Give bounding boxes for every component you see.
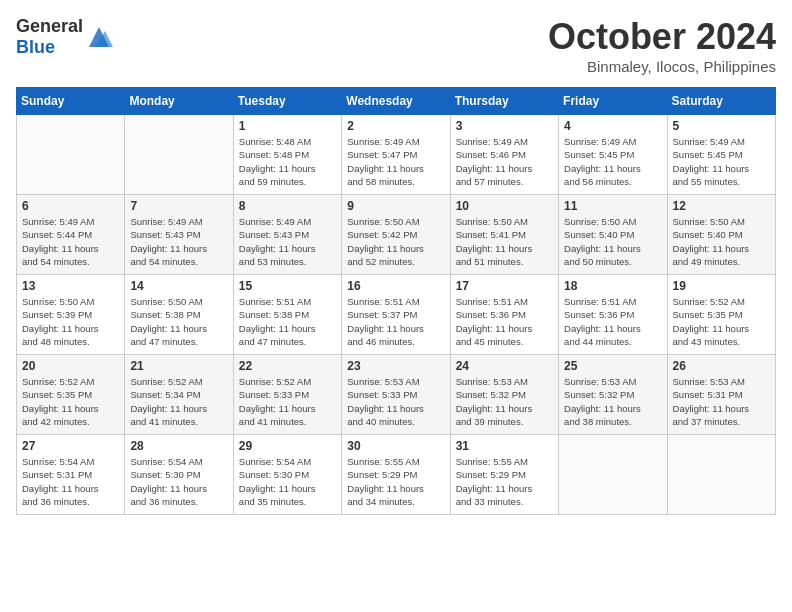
calendar-cell: 31Sunrise: 5:55 AM Sunset: 5:29 PM Dayli… [450, 435, 558, 515]
title-block: October 2024 Binmaley, Ilocos, Philippin… [548, 16, 776, 75]
calendar-cell: 26Sunrise: 5:53 AM Sunset: 5:31 PM Dayli… [667, 355, 775, 435]
cell-content: Sunrise: 5:49 AM Sunset: 5:43 PM Dayligh… [239, 215, 336, 268]
cell-content: Sunrise: 5:53 AM Sunset: 5:31 PM Dayligh… [673, 375, 770, 428]
calendar-cell: 10Sunrise: 5:50 AM Sunset: 5:41 PM Dayli… [450, 195, 558, 275]
day-number: 10 [456, 199, 553, 213]
cell-content: Sunrise: 5:50 AM Sunset: 5:41 PM Dayligh… [456, 215, 553, 268]
cell-content: Sunrise: 5:55 AM Sunset: 5:29 PM Dayligh… [347, 455, 444, 508]
cell-content: Sunrise: 5:49 AM Sunset: 5:45 PM Dayligh… [673, 135, 770, 188]
calendar-cell: 16Sunrise: 5:51 AM Sunset: 5:37 PM Dayli… [342, 275, 450, 355]
cell-content: Sunrise: 5:54 AM Sunset: 5:30 PM Dayligh… [239, 455, 336, 508]
day-number: 3 [456, 119, 553, 133]
cell-content: Sunrise: 5:52 AM Sunset: 5:33 PM Dayligh… [239, 375, 336, 428]
week-row-5: 27Sunrise: 5:54 AM Sunset: 5:31 PM Dayli… [17, 435, 776, 515]
logo-blue: Blue [16, 37, 55, 57]
day-number: 2 [347, 119, 444, 133]
cell-content: Sunrise: 5:52 AM Sunset: 5:35 PM Dayligh… [673, 295, 770, 348]
day-number: 17 [456, 279, 553, 293]
calendar-cell: 22Sunrise: 5:52 AM Sunset: 5:33 PM Dayli… [233, 355, 341, 435]
header-tuesday: Tuesday [233, 88, 341, 115]
day-number: 22 [239, 359, 336, 373]
cell-content: Sunrise: 5:49 AM Sunset: 5:43 PM Dayligh… [130, 215, 227, 268]
week-row-3: 13Sunrise: 5:50 AM Sunset: 5:39 PM Dayli… [17, 275, 776, 355]
cell-content: Sunrise: 5:52 AM Sunset: 5:35 PM Dayligh… [22, 375, 119, 428]
header-saturday: Saturday [667, 88, 775, 115]
calendar-cell: 9Sunrise: 5:50 AM Sunset: 5:42 PM Daylig… [342, 195, 450, 275]
calendar-cell: 14Sunrise: 5:50 AM Sunset: 5:38 PM Dayli… [125, 275, 233, 355]
cell-content: Sunrise: 5:49 AM Sunset: 5:44 PM Dayligh… [22, 215, 119, 268]
calendar-cell: 1Sunrise: 5:48 AM Sunset: 5:48 PM Daylig… [233, 115, 341, 195]
calendar-cell: 23Sunrise: 5:53 AM Sunset: 5:33 PM Dayli… [342, 355, 450, 435]
day-number: 6 [22, 199, 119, 213]
day-number: 29 [239, 439, 336, 453]
cell-content: Sunrise: 5:49 AM Sunset: 5:45 PM Dayligh… [564, 135, 661, 188]
day-number: 13 [22, 279, 119, 293]
cell-content: Sunrise: 5:51 AM Sunset: 5:36 PM Dayligh… [456, 295, 553, 348]
cell-content: Sunrise: 5:51 AM Sunset: 5:38 PM Dayligh… [239, 295, 336, 348]
calendar-cell: 13Sunrise: 5:50 AM Sunset: 5:39 PM Dayli… [17, 275, 125, 355]
day-number: 21 [130, 359, 227, 373]
calendar-cell: 21Sunrise: 5:52 AM Sunset: 5:34 PM Dayli… [125, 355, 233, 435]
header-wednesday: Wednesday [342, 88, 450, 115]
cell-content: Sunrise: 5:54 AM Sunset: 5:31 PM Dayligh… [22, 455, 119, 508]
day-number: 12 [673, 199, 770, 213]
calendar-cell: 28Sunrise: 5:54 AM Sunset: 5:30 PM Dayli… [125, 435, 233, 515]
calendar-cell: 17Sunrise: 5:51 AM Sunset: 5:36 PM Dayli… [450, 275, 558, 355]
day-number: 25 [564, 359, 661, 373]
calendar-cell: 24Sunrise: 5:53 AM Sunset: 5:32 PM Dayli… [450, 355, 558, 435]
day-number: 30 [347, 439, 444, 453]
week-row-4: 20Sunrise: 5:52 AM Sunset: 5:35 PM Dayli… [17, 355, 776, 435]
cell-content: Sunrise: 5:50 AM Sunset: 5:40 PM Dayligh… [564, 215, 661, 268]
cell-content: Sunrise: 5:53 AM Sunset: 5:32 PM Dayligh… [456, 375, 553, 428]
day-number: 9 [347, 199, 444, 213]
logo-text: General Blue [16, 16, 83, 58]
logo: General Blue [16, 16, 113, 58]
cell-content: Sunrise: 5:49 AM Sunset: 5:46 PM Dayligh… [456, 135, 553, 188]
cell-content: Sunrise: 5:50 AM Sunset: 5:38 PM Dayligh… [130, 295, 227, 348]
calendar-header-row: SundayMondayTuesdayWednesdayThursdayFrid… [17, 88, 776, 115]
calendar-cell: 6Sunrise: 5:49 AM Sunset: 5:44 PM Daylig… [17, 195, 125, 275]
calendar-table: SundayMondayTuesdayWednesdayThursdayFrid… [16, 87, 776, 515]
week-row-2: 6Sunrise: 5:49 AM Sunset: 5:44 PM Daylig… [17, 195, 776, 275]
calendar-cell: 27Sunrise: 5:54 AM Sunset: 5:31 PM Dayli… [17, 435, 125, 515]
location-title: Binmaley, Ilocos, Philippines [548, 58, 776, 75]
logo-icon [85, 23, 113, 51]
day-number: 20 [22, 359, 119, 373]
calendar-cell: 15Sunrise: 5:51 AM Sunset: 5:38 PM Dayli… [233, 275, 341, 355]
cell-content: Sunrise: 5:53 AM Sunset: 5:32 PM Dayligh… [564, 375, 661, 428]
calendar-cell [17, 115, 125, 195]
calendar-cell: 25Sunrise: 5:53 AM Sunset: 5:32 PM Dayli… [559, 355, 667, 435]
calendar-cell: 19Sunrise: 5:52 AM Sunset: 5:35 PM Dayli… [667, 275, 775, 355]
day-number: 26 [673, 359, 770, 373]
calendar-cell: 12Sunrise: 5:50 AM Sunset: 5:40 PM Dayli… [667, 195, 775, 275]
cell-content: Sunrise: 5:51 AM Sunset: 5:36 PM Dayligh… [564, 295, 661, 348]
week-row-1: 1Sunrise: 5:48 AM Sunset: 5:48 PM Daylig… [17, 115, 776, 195]
page-header: General Blue October 2024 Binmaley, Iloc… [16, 16, 776, 75]
header-sunday: Sunday [17, 88, 125, 115]
cell-content: Sunrise: 5:51 AM Sunset: 5:37 PM Dayligh… [347, 295, 444, 348]
day-number: 19 [673, 279, 770, 293]
header-monday: Monday [125, 88, 233, 115]
calendar-cell: 5Sunrise: 5:49 AM Sunset: 5:45 PM Daylig… [667, 115, 775, 195]
day-number: 16 [347, 279, 444, 293]
day-number: 23 [347, 359, 444, 373]
day-number: 18 [564, 279, 661, 293]
calendar-cell: 29Sunrise: 5:54 AM Sunset: 5:30 PM Dayli… [233, 435, 341, 515]
calendar-cell: 3Sunrise: 5:49 AM Sunset: 5:46 PM Daylig… [450, 115, 558, 195]
calendar-cell: 2Sunrise: 5:49 AM Sunset: 5:47 PM Daylig… [342, 115, 450, 195]
cell-content: Sunrise: 5:53 AM Sunset: 5:33 PM Dayligh… [347, 375, 444, 428]
day-number: 11 [564, 199, 661, 213]
calendar-cell: 18Sunrise: 5:51 AM Sunset: 5:36 PM Dayli… [559, 275, 667, 355]
day-number: 8 [239, 199, 336, 213]
day-number: 15 [239, 279, 336, 293]
cell-content: Sunrise: 5:50 AM Sunset: 5:40 PM Dayligh… [673, 215, 770, 268]
cell-content: Sunrise: 5:54 AM Sunset: 5:30 PM Dayligh… [130, 455, 227, 508]
calendar-cell [667, 435, 775, 515]
day-number: 5 [673, 119, 770, 133]
cell-content: Sunrise: 5:48 AM Sunset: 5:48 PM Dayligh… [239, 135, 336, 188]
month-title: October 2024 [548, 16, 776, 58]
calendar-cell: 7Sunrise: 5:49 AM Sunset: 5:43 PM Daylig… [125, 195, 233, 275]
day-number: 1 [239, 119, 336, 133]
cell-content: Sunrise: 5:50 AM Sunset: 5:42 PM Dayligh… [347, 215, 444, 268]
cell-content: Sunrise: 5:55 AM Sunset: 5:29 PM Dayligh… [456, 455, 553, 508]
